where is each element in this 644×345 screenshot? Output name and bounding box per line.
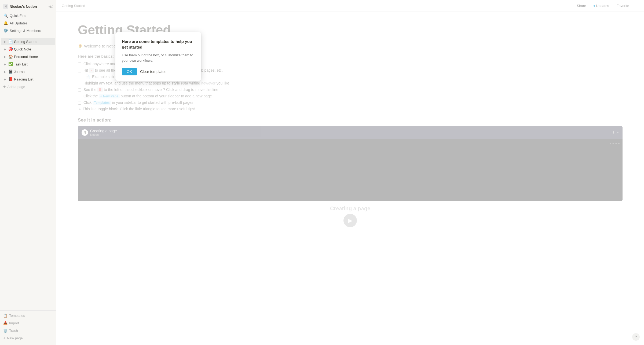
import-icon: 📥 bbox=[3, 321, 8, 325]
page-icon-personal-home: 🏠 bbox=[8, 54, 13, 59]
main-content-area: Getting Started Share Updates Favorite ·… bbox=[56, 0, 644, 345]
page-icon-quick-note: 🎯 bbox=[8, 47, 13, 51]
sidebar-item-quick-find[interactable]: 🔍 Quick Find bbox=[1, 12, 55, 19]
workspace-name[interactable]: N Nicolas's Notion bbox=[3, 4, 37, 9]
expand-arrow-icon: ▶ bbox=[3, 40, 7, 43]
expand-arrow-icon-task-list: ▶ bbox=[3, 63, 7, 66]
expand-arrow-icon-journal: ▶ bbox=[3, 70, 7, 73]
modal-title: Here are some templates to help you get … bbox=[122, 39, 195, 50]
new-page-icon: + bbox=[3, 336, 5, 340]
sidebar-item-task-list[interactable]: ▶ ✅ Task List bbox=[1, 60, 55, 68]
page-icon-task-list: ✅ bbox=[8, 62, 13, 66]
sidebar-item-personal-home[interactable]: ▶ 🏠 Personal Home bbox=[1, 53, 55, 60]
sidebar-item-settings[interactable]: ⚙️ Settings & Members bbox=[1, 27, 55, 34]
sidebar-bottom: 📋 Templates 📥 Import 🗑️ Trash + New page bbox=[0, 310, 56, 343]
workspace-icon: N bbox=[3, 4, 8, 9]
sidebar-item-journal[interactable]: ▶ 📓 Journal bbox=[1, 68, 55, 75]
gear-icon: ⚙️ bbox=[3, 28, 8, 33]
search-icon: 🔍 bbox=[3, 13, 8, 18]
sidebar-item-import[interactable]: 📥 Import bbox=[1, 319, 55, 327]
expand-arrow-icon-quick-note: ▶ bbox=[3, 48, 7, 51]
sidebar-item-templates[interactable]: 📋 Templates bbox=[1, 312, 55, 319]
bell-icon: 🔔 bbox=[3, 21, 8, 25]
sidebar-nav: 🔍 Quick Find 🔔 All Updates ⚙️ Settings &… bbox=[0, 12, 56, 34]
ok-button[interactable]: OK bbox=[122, 68, 137, 75]
templates-modal: Here are some templates to help you get … bbox=[115, 32, 201, 81]
sidebar-divider bbox=[2, 36, 54, 36]
sidebar: N Nicolas's Notion ≪ 🔍 Quick Find 🔔 All … bbox=[0, 0, 56, 345]
page-icon-getting-started: 📄 bbox=[8, 39, 13, 44]
clear-templates-button[interactable]: Clear templates bbox=[140, 68, 166, 75]
trash-icon: 🗑️ bbox=[3, 329, 8, 333]
modal-overlay: Here are some templates to help you get … bbox=[56, 0, 644, 345]
expand-arrow-icon-personal-home: ▶ bbox=[3, 55, 7, 58]
sidebar-item-getting-started[interactable]: ▶ 📄 Getting Started bbox=[1, 38, 55, 45]
page-icon-reading-list: 📕 bbox=[8, 77, 13, 81]
sidebar-item-quick-note[interactable]: ▶ 🎯 Quick Note bbox=[1, 45, 55, 53]
sidebar-item-all-updates[interactable]: 🔔 All Updates bbox=[1, 19, 55, 27]
modal-body: Use them out of the box, or customize th… bbox=[122, 53, 195, 63]
templates-icon: 📋 bbox=[3, 314, 8, 318]
sidebar-item-trash[interactable]: 🗑️ Trash bbox=[1, 327, 55, 334]
sidebar-item-reading-list[interactable]: ▶ 📕 Reading List bbox=[1, 75, 55, 83]
plus-icon: + bbox=[3, 84, 6, 89]
page-icon-journal: 📓 bbox=[8, 69, 13, 74]
new-page-button[interactable]: + New page bbox=[1, 334, 55, 342]
pages-section: ▶ 📄 Getting Started ▶ 🎯 Quick Note ▶ 🏠 P… bbox=[0, 38, 56, 310]
sidebar-toggle-icon[interactable]: ≪ bbox=[48, 4, 53, 9]
workspace-header[interactable]: N Nicolas's Notion ≪ bbox=[0, 0, 56, 12]
expand-arrow-icon-reading-list: ▶ bbox=[3, 78, 7, 81]
add-page-button[interactable]: + Add a page bbox=[1, 83, 55, 90]
modal-actions: OK Clear templates bbox=[122, 68, 195, 75]
